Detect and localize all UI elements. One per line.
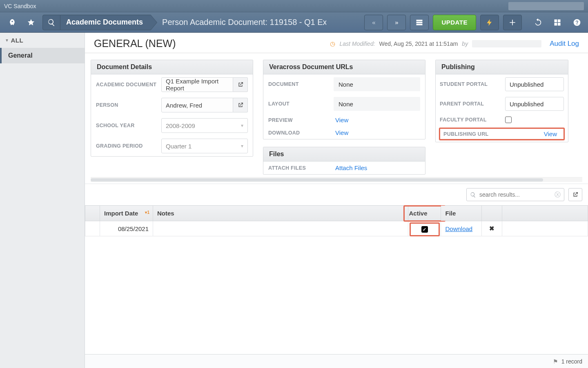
delete-row-button[interactable]: ✖ — [482, 221, 502, 236]
publishing-url-highlight: PUBLISHING URL View — [439, 128, 565, 140]
chevron-down-icon: ▼ — [5, 38, 9, 43]
open-results-external-button[interactable] — [568, 188, 582, 201]
person-open-button[interactable] — [233, 98, 248, 112]
academic-document-field[interactable]: Q1 Example Import Report — [161, 77, 233, 92]
col-padding — [502, 206, 588, 221]
flag-icon: ⚑ — [553, 358, 558, 365]
active-checkbox-checked[interactable] — [421, 226, 428, 233]
breadcrumb-root-label: Academic Documents — [66, 18, 143, 27]
sidebar: ▼ ALL General — [0, 33, 85, 368]
table-header-row: Import Date ▾1 Notes Active File — [85, 206, 588, 221]
publishing-url-link[interactable]: View — [505, 130, 560, 137]
prev-record-button[interactable]: « — [364, 15, 383, 30]
external-link-icon — [237, 81, 244, 88]
sort-indicator: ▾1 — [145, 210, 149, 215]
search-results-input-wrap: ⓧ — [466, 188, 564, 201]
academic-document-open-button[interactable] — [233, 77, 248, 92]
audit-log-link[interactable]: Audit Log — [550, 40, 579, 48]
horizontal-scrollbar[interactable] — [91, 177, 582, 182]
field-label: ACADEMIC DOCUMENT — [96, 82, 157, 88]
search-results-input[interactable] — [479, 191, 551, 198]
preview-link[interactable]: View — [334, 117, 420, 123]
external-link-icon — [237, 102, 244, 108]
col-label: Import Date — [104, 210, 138, 217]
sidebar-item-general[interactable]: General — [0, 48, 85, 63]
parent-portal-select[interactable]: Unpublished — [505, 97, 564, 111]
field-label: PARENT PORTAL — [440, 101, 501, 107]
rocket-icon[interactable] — [5, 15, 20, 30]
main-toolbar: Academic Documents Person Academic Docum… — [0, 12, 588, 33]
panel-publishing: Publishing STUDENT PORTAL Unpublished PA… — [435, 60, 568, 142]
field-label: PERSON — [96, 102, 157, 108]
history-icon — [534, 18, 542, 27]
action-lightning-button[interactable] — [480, 15, 499, 30]
cell-active[interactable] — [408, 221, 441, 236]
toolbar-actions: « » UPDATE — [364, 15, 583, 30]
row-handle[interactable] — [85, 221, 100, 236]
window-titlebar: VC Sandbox — [0, 0, 588, 12]
person-field[interactable]: Andrew, Fred — [161, 98, 233, 112]
last-modified-user-placeholder — [472, 40, 541, 47]
external-link-icon — [572, 191, 579, 198]
update-button[interactable]: UPDATE — [433, 15, 476, 30]
results-toolbar: ⓧ — [85, 184, 588, 205]
page-title: GENERAL (NEW) — [94, 38, 176, 49]
add-button[interactable] — [503, 15, 522, 30]
main-content: GENERAL (NEW) ◷ Last Modified: Wed, Aug … — [85, 33, 588, 368]
page-header: GENERAL (NEW) ◷ Last Modified: Wed, Aug … — [85, 33, 588, 53]
field-label: DOWNLOAD — [268, 130, 330, 136]
results-table: Import Date ▾1 Notes Active File — [85, 205, 588, 236]
attach-files-link[interactable]: Attach Files — [334, 164, 420, 171]
field-label: GRADING PERIOD — [96, 143, 157, 149]
grading-period-select[interactable]: Quarter 1 — [161, 139, 248, 153]
grid-view-button[interactable] — [410, 15, 429, 30]
student-portal-select[interactable]: Unpublished — [505, 77, 564, 91]
star-icon[interactable] — [24, 15, 38, 30]
sidebar-all-toggle[interactable]: ▼ ALL — [0, 33, 85, 48]
active-cell-highlight — [410, 222, 440, 236]
row-handle-header — [85, 206, 100, 221]
cell-notes[interactable] — [153, 221, 408, 236]
field-label: FACULTY PORTAL — [440, 117, 501, 123]
history-button[interactable] — [532, 16, 544, 29]
global-search-button[interactable] — [42, 15, 60, 30]
help-button[interactable] — [571, 16, 583, 29]
faculty-portal-checkbox[interactable] — [505, 117, 512, 123]
field-label: ATTACH FILES — [268, 165, 330, 171]
last-modified-label: Last Modified: — [339, 40, 375, 47]
results-table-wrap: Import Date ▾1 Notes Active File — [85, 205, 588, 354]
plus-icon — [508, 18, 517, 27]
titlebar-right-placeholder — [508, 2, 584, 10]
download-link[interactable]: View — [334, 129, 420, 136]
col-notes[interactable]: Notes — [153, 206, 408, 221]
col-active[interactable]: Active — [408, 206, 441, 221]
school-year-select[interactable]: 2008-2009 — [161, 118, 248, 133]
lightning-icon — [486, 18, 494, 27]
breadcrumb-root[interactable]: Academic Documents — [60, 15, 151, 30]
results-footer: ⚑ 1 record — [85, 354, 588, 368]
panel-files: Files ATTACH FILES Attach Files — [263, 147, 425, 175]
last-modified-value: Wed, Aug 25, 2021 at 11:51am — [379, 40, 458, 47]
sidebar-item-label: General — [8, 52, 33, 59]
col-import-date[interactable]: Import Date ▾1 — [100, 206, 153, 221]
field-label: SCHOOL YEAR — [96, 123, 157, 128]
next-record-button[interactable]: » — [387, 15, 406, 30]
clock-icon: ◷ — [330, 40, 335, 47]
table-row[interactable]: 08/25/2021 Download ✖ — [85, 221, 588, 236]
cell-import-date: 08/25/2021 — [100, 221, 153, 236]
field-label: STUDENT PORTAL — [440, 81, 501, 87]
col-label: Active — [405, 207, 444, 219]
document-url-value: None — [334, 77, 420, 91]
cell-file: Download — [441, 221, 482, 236]
field-label: LAYOUT — [268, 101, 330, 107]
field-label: DOCUMENT — [268, 81, 330, 87]
active-column-highlight: Active — [403, 205, 445, 222]
col-file[interactable]: File — [441, 206, 482, 221]
breadcrumb: Academic Documents Person Academic Docum… — [42, 15, 326, 30]
apps-button[interactable] — [551, 16, 564, 29]
panel-document-urls: Veracross Document URLs DOCUMENT None LA… — [263, 60, 425, 139]
panel-title: Publishing — [436, 60, 568, 74]
field-label: PREVIEW — [268, 117, 330, 123]
clear-search-button[interactable]: ⓧ — [555, 191, 561, 199]
file-download-link[interactable]: Download — [445, 225, 472, 232]
